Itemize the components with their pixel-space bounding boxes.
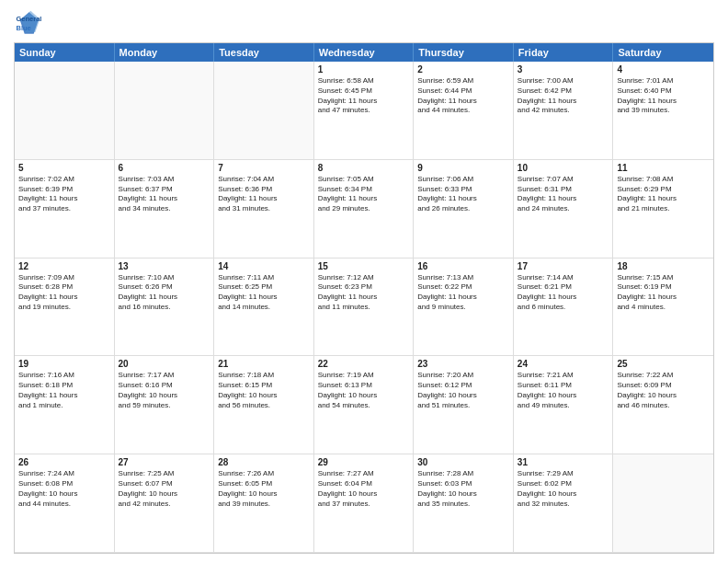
day-info: Sunrise: 7:07 AM Sunset: 6:31 PM Dayligh… (518, 175, 609, 214)
calendar-day-3: 3Sunrise: 7:00 AM Sunset: 6:42 PM Daylig… (514, 62, 614, 160)
day-info: Sunrise: 7:20 AM Sunset: 6:12 PM Dayligh… (417, 371, 509, 410)
day-number: 13 (119, 261, 210, 271)
day-number: 4 (617, 64, 710, 75)
calendar-day-10: 10Sunrise: 7:07 AM Sunset: 6:31 PM Dayli… (514, 160, 614, 259)
day-info: Sunrise: 6:59 AM Sunset: 6:44 PM Dayligh… (417, 76, 509, 116)
calendar-day-5: 5Sunrise: 7:02 AM Sunset: 6:39 PM Daylig… (15, 160, 115, 259)
calendar-day-6: 6Sunrise: 7:03 AM Sunset: 6:37 PM Daylig… (115, 160, 215, 259)
calendar-day-13: 13Sunrise: 7:10 AM Sunset: 6:26 PM Dayli… (115, 259, 215, 357)
day-number: 17 (518, 261, 609, 271)
calendar-day-4: 4Sunrise: 7:01 AM Sunset: 6:40 PM Daylig… (613, 62, 713, 160)
day-number: 9 (417, 163, 509, 173)
day-info: Sunrise: 7:29 AM Sunset: 6:02 PM Dayligh… (518, 469, 609, 509)
calendar-day-20: 20Sunrise: 7:17 AM Sunset: 6:16 PM Dayli… (115, 356, 215, 454)
calendar-day-11: 11Sunrise: 7:08 AM Sunset: 6:29 PM Dayli… (613, 160, 713, 259)
calendar-day-29: 29Sunrise: 7:27 AM Sunset: 6:04 PM Dayli… (314, 454, 415, 553)
day-number: 29 (318, 457, 410, 467)
day-number: 28 (218, 457, 310, 467)
day-info: Sunrise: 7:00 AM Sunset: 6:42 PM Dayligh… (518, 76, 609, 116)
day-info: Sunrise: 7:21 AM Sunset: 6:11 PM Dayligh… (518, 371, 609, 410)
day-info: Sunrise: 7:16 AM Sunset: 6:18 PM Dayligh… (18, 371, 110, 410)
calendar-day-27: 27Sunrise: 7:25 AM Sunset: 6:07 PM Dayli… (115, 454, 215, 553)
calendar-empty-cell (214, 62, 314, 160)
calendar-body: 1Sunrise: 6:58 AM Sunset: 6:45 PM Daylig… (15, 62, 713, 553)
day-number: 11 (617, 163, 710, 173)
day-number: 7 (218, 163, 310, 173)
cal-header-cell: Saturday (613, 43, 713, 62)
calendar-day-25: 25Sunrise: 7:22 AM Sunset: 6:09 PM Dayli… (613, 356, 713, 454)
calendar-day-24: 24Sunrise: 7:21 AM Sunset: 6:11 PM Dayli… (514, 356, 614, 454)
day-info: Sunrise: 7:08 AM Sunset: 6:29 PM Dayligh… (617, 175, 710, 214)
day-info: Sunrise: 7:26 AM Sunset: 6:05 PM Dayligh… (218, 469, 310, 509)
calendar-day-1: 1Sunrise: 6:58 AM Sunset: 6:45 PM Daylig… (314, 62, 415, 160)
calendar-day-30: 30Sunrise: 7:28 AM Sunset: 6:03 PM Dayli… (414, 454, 514, 553)
day-info: Sunrise: 7:14 AM Sunset: 6:21 PM Dayligh… (518, 273, 609, 313)
day-info: Sunrise: 7:03 AM Sunset: 6:37 PM Dayligh… (119, 175, 210, 214)
calendar-day-19: 19Sunrise: 7:16 AM Sunset: 6:18 PM Dayli… (15, 356, 115, 454)
logo: General Blue (14, 9, 45, 37)
day-number: 6 (119, 163, 210, 173)
day-number: 1 (318, 64, 410, 75)
calendar-day-15: 15Sunrise: 7:12 AM Sunset: 6:23 PM Dayli… (314, 259, 415, 357)
cal-header-cell: Friday (514, 43, 614, 62)
day-info: Sunrise: 7:24 AM Sunset: 6:08 PM Dayligh… (18, 469, 110, 509)
calendar-day-8: 8Sunrise: 7:05 AM Sunset: 6:34 PM Daylig… (314, 160, 415, 259)
calendar-day-22: 22Sunrise: 7:19 AM Sunset: 6:13 PM Dayli… (314, 356, 415, 454)
svg-text:Blue: Blue (17, 24, 31, 32)
day-info: Sunrise: 7:27 AM Sunset: 6:04 PM Dayligh… (318, 469, 410, 509)
day-number: 31 (518, 457, 609, 467)
calendar: SundayMondayTuesdayWednesdayThursdayFrid… (14, 42, 714, 554)
day-number: 10 (518, 163, 609, 173)
day-number: 22 (318, 359, 410, 369)
day-info: Sunrise: 7:13 AM Sunset: 6:22 PM Dayligh… (417, 273, 509, 313)
day-number: 27 (119, 457, 210, 467)
day-number: 16 (417, 261, 509, 271)
cal-header-cell: Wednesday (314, 43, 415, 62)
day-number: 21 (218, 359, 310, 369)
page: General Blue SundayMondayTuesdayWednesda… (0, 0, 728, 563)
calendar-day-12: 12Sunrise: 7:09 AM Sunset: 6:28 PM Dayli… (15, 259, 115, 357)
calendar-day-18: 18Sunrise: 7:15 AM Sunset: 6:19 PM Dayli… (613, 259, 713, 357)
calendar-day-17: 17Sunrise: 7:14 AM Sunset: 6:21 PM Dayli… (514, 259, 614, 357)
day-info: Sunrise: 7:01 AM Sunset: 6:40 PM Dayligh… (617, 76, 710, 116)
calendar-day-26: 26Sunrise: 7:24 AM Sunset: 6:08 PM Dayli… (15, 454, 115, 553)
day-info: Sunrise: 6:58 AM Sunset: 6:45 PM Dayligh… (318, 76, 410, 116)
day-number: 5 (18, 163, 110, 173)
day-number: 14 (218, 261, 310, 271)
day-info: Sunrise: 7:18 AM Sunset: 6:15 PM Dayligh… (218, 371, 310, 410)
svg-text:General: General (17, 15, 42, 23)
calendar-day-21: 21Sunrise: 7:18 AM Sunset: 6:15 PM Dayli… (214, 356, 314, 454)
calendar-day-9: 9Sunrise: 7:06 AM Sunset: 6:33 PM Daylig… (414, 160, 514, 259)
calendar-empty-cell (15, 62, 115, 160)
day-number: 25 (617, 359, 710, 369)
day-info: Sunrise: 7:17 AM Sunset: 6:16 PM Dayligh… (119, 371, 210, 410)
header: General Blue (14, 9, 714, 37)
day-number: 24 (518, 359, 609, 369)
calendar-day-28: 28Sunrise: 7:26 AM Sunset: 6:05 PM Dayli… (214, 454, 314, 553)
calendar-day-23: 23Sunrise: 7:20 AM Sunset: 6:12 PM Dayli… (414, 356, 514, 454)
day-info: Sunrise: 7:02 AM Sunset: 6:39 PM Dayligh… (18, 175, 110, 214)
day-info: Sunrise: 7:28 AM Sunset: 6:03 PM Dayligh… (417, 469, 509, 509)
day-number: 20 (119, 359, 210, 369)
cal-header-cell: Monday (115, 43, 215, 62)
day-number: 23 (417, 359, 509, 369)
day-number: 30 (417, 457, 509, 467)
calendar-empty-cell (115, 62, 215, 160)
day-info: Sunrise: 7:15 AM Sunset: 6:19 PM Dayligh… (617, 273, 710, 313)
calendar-empty-cell (613, 454, 713, 553)
day-info: Sunrise: 7:04 AM Sunset: 6:36 PM Dayligh… (218, 175, 310, 214)
day-info: Sunrise: 7:09 AM Sunset: 6:28 PM Dayligh… (18, 273, 110, 313)
day-info: Sunrise: 7:05 AM Sunset: 6:34 PM Dayligh… (318, 175, 410, 214)
day-info: Sunrise: 7:11 AM Sunset: 6:25 PM Dayligh… (218, 273, 310, 313)
day-number: 12 (18, 261, 110, 271)
cal-header-cell: Sunday (15, 43, 115, 62)
calendar-day-2: 2Sunrise: 6:59 AM Sunset: 6:44 PM Daylig… (414, 62, 514, 160)
day-info: Sunrise: 7:22 AM Sunset: 6:09 PM Dayligh… (617, 371, 710, 410)
day-number: 26 (18, 457, 110, 467)
cal-header-cell: Thursday (414, 43, 514, 62)
day-info: Sunrise: 7:10 AM Sunset: 6:26 PM Dayligh… (119, 273, 210, 313)
day-info: Sunrise: 7:12 AM Sunset: 6:23 PM Dayligh… (318, 273, 410, 313)
calendar-day-16: 16Sunrise: 7:13 AM Sunset: 6:22 PM Dayli… (414, 259, 514, 357)
day-number: 19 (18, 359, 110, 369)
day-number: 18 (617, 261, 710, 271)
